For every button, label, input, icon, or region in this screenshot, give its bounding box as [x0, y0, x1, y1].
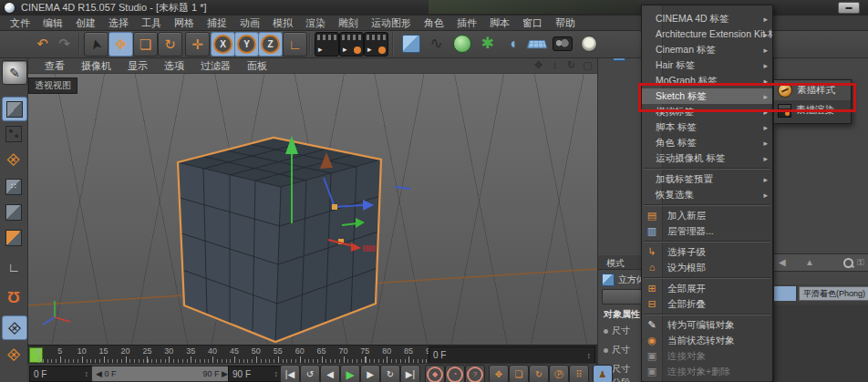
menu-item[interactable]: 创建 [69, 15, 102, 30]
minimize-button[interactable]: ▬ [838, 2, 860, 14]
back-arrow-icon[interactable]: ◀ [779, 257, 786, 267]
menu-item-layer-manager[interactable]: ▥层管理器... [642, 223, 772, 239]
menu-item-sketch-tags[interactable]: Sketch 标签▸ [642, 88, 772, 104]
preview-range-slider[interactable]: ◀ 0 F 90 F ▶ [91, 366, 232, 382]
lock-workplane-button[interactable]: ⊞ [2, 315, 27, 340]
keyframe-selection-button[interactable]: ? [465, 365, 485, 382]
make-editable-button[interactable]: ✎ [2, 60, 27, 85]
x-axis-lock-button[interactable]: X [211, 32, 235, 57]
add-generator-button[interactable] [450, 32, 473, 55]
menu-item[interactable]: 角色 [418, 15, 450, 30]
polygons-mode-button[interactable] [2, 226, 26, 249]
edges-mode-button[interactable] [2, 201, 26, 223]
render-view-button[interactable]: ▸ [315, 32, 339, 57]
record-rotation-toggle[interactable]: ↻ [529, 365, 549, 382]
goto-end-button[interactable]: ▶| [400, 365, 420, 382]
property-row-size-y[interactable]: 尺寸 [604, 344, 630, 356]
next-frame-button[interactable]: ▶ [360, 365, 380, 382]
viewport-menu-item[interactable]: 选项 [156, 57, 192, 73]
spinner-icon[interactable]: ↕ [587, 351, 592, 360]
menu-item-character-tags[interactable]: 角色 标签▸ [642, 135, 772, 150]
scale-tool-button[interactable]: ❏ [133, 32, 158, 57]
autokey-button[interactable]: ◔ [445, 365, 465, 382]
move-tool-button[interactable]: ✥ [108, 32, 133, 57]
menu-item-add-to-new-layer[interactable]: ▤加入新层 [642, 208, 772, 223]
end-frame-field[interactable]: 90 F ↕ [228, 366, 283, 382]
viewport-menu-item[interactable]: 摄像机 [73, 57, 119, 73]
slider-left-icon[interactable]: ◀ [96, 369, 102, 378]
menu-item[interactable]: 窗口 [516, 15, 549, 30]
record-parameter-toggle[interactable]: Ⓟ [549, 365, 569, 382]
property-row-size-x[interactable]: 尺寸 [604, 325, 630, 337]
snap-magnet-button[interactable]: Ω [2, 284, 26, 307]
submenu-item-sketch-style[interactable]: 素描样式 [774, 80, 851, 100]
menu-item-fold-all[interactable]: ⊟全部折叠 [642, 296, 772, 312]
dolly-view-icon[interactable]: ↕ [549, 59, 561, 71]
menu-item[interactable]: 脚本 [483, 15, 516, 30]
menu-item-unfold-all[interactable]: ⊞全部展开 [642, 281, 772, 296]
render-settings-button[interactable]: ▸ [364, 32, 388, 57]
play-backwards-button[interactable]: ↺ [300, 365, 320, 382]
add-environment-button[interactable]: ◖ [501, 32, 524, 55]
menu-item-architecture-tags[interactable]: Architecture Extension Kit 标签▸ [642, 26, 772, 42]
record-pla-toggle[interactable]: ⠿ [569, 365, 589, 382]
viewport-menu-item[interactable]: 查看 [36, 57, 73, 73]
play-forward-button[interactable]: ↻ [380, 365, 400, 382]
menu-item-make-editable[interactable]: ✎转为可编辑对象 [642, 317, 772, 333]
record-position-toggle[interactable]: ✥ [489, 365, 509, 382]
menu-item[interactable]: 编辑 [36, 15, 69, 30]
live-selection-button[interactable]: ➤ [84, 32, 108, 57]
previous-frame-button[interactable]: ◀ [320, 365, 340, 382]
add-spline-button[interactable]: ∿ [425, 32, 448, 55]
selected-tag-highlight[interactable] [774, 286, 796, 301]
menu-item-cineman-tags[interactable]: Cineman 标签▸ [642, 42, 772, 57]
menu-item[interactable]: 选择 [102, 15, 135, 30]
orbit-view-icon[interactable]: ↻ [565, 59, 577, 71]
add-light-button[interactable] [577, 32, 600, 55]
lock-icon[interactable]: ⚿ [857, 257, 864, 268]
viewport-menu-item[interactable]: 面板 [239, 57, 275, 73]
filter-search-icon[interactable] [843, 258, 853, 268]
menu-item[interactable]: 模拟 [266, 15, 299, 30]
coordinate-system-button[interactable]: ∟ [283, 32, 307, 57]
add-camera-button[interactable] [551, 32, 574, 55]
gizmo-center-handle[interactable] [332, 204, 337, 210]
menu-item-restore-selection[interactable]: 恢复选集▸ [642, 187, 772, 202]
current-frame-field[interactable]: 0 F ↕ [29, 366, 93, 382]
menu-item-load-tag-preset[interactable]: 加载标签预置▸ [642, 171, 772, 187]
texture-mode-button[interactable] [2, 122, 26, 145]
align-workplane-button[interactable]: ⊞ [2, 343, 26, 366]
menu-item-current-state-to-object[interactable]: ◉当前状态转对象 [642, 333, 772, 348]
model-mode-button[interactable] [2, 97, 27, 121]
y-axis-lock-button[interactable]: Y [234, 32, 259, 57]
menu-item[interactable]: 文件 [4, 15, 36, 30]
record-scale-toggle[interactable]: ❏ [509, 365, 529, 382]
submenu-item-sketch-render[interactable]: 素描渲染 [774, 100, 851, 120]
menu-item[interactable]: 运动图形 [365, 15, 418, 30]
menu-item-motioncamera-tags[interactable]: 运动摄像机 标签▸ [642, 150, 772, 166]
menu-item-script-tags[interactable]: 脚本 标签▸ [642, 119, 772, 135]
add-floor-button[interactable] [525, 32, 548, 55]
up-arrow-icon[interactable]: ▲ [805, 257, 814, 267]
menu-item-select-children[interactable]: ↳选择子级 [642, 244, 772, 260]
points-mode-button[interactable]: ∷ [2, 175, 26, 198]
timeline-ruler[interactable]: 051015202530354045505560657075808590 0 F… [27, 345, 597, 364]
menu-item[interactable]: 捕捉 [201, 15, 233, 30]
menu-item[interactable]: 动画 [233, 15, 266, 30]
ruler-frame-field[interactable]: 0 F ↕ [429, 346, 595, 364]
viewport-menu-item[interactable]: 过滤器 [192, 57, 239, 73]
menu-item[interactable]: 帮助 [549, 15, 582, 30]
menu-item-cinema4d-tags[interactable]: CINEMA 4D 标签▸ [642, 11, 772, 26]
menu-item-mograph-tags[interactable]: MoGraph 标签▸ [642, 73, 772, 88]
z-axis-lock-button[interactable]: Z [258, 32, 283, 57]
last-tool-button[interactable]: ✛ [185, 32, 210, 57]
redo-button[interactable]: ↷ [53, 32, 76, 55]
slider-right-icon[interactable]: ▶ [222, 369, 228, 378]
menu-item[interactable]: 工具 [135, 15, 168, 30]
axis-mode-button[interactable]: ∟ [2, 255, 26, 278]
menu-item-set-as-root[interactable]: ⌂设为根部 [642, 260, 772, 275]
viewport-perspective[interactable]: 查看摄像机显示选项过滤器面板 透视视图 ✥ ↕ ↻ ▢ [27, 57, 597, 345]
undo-button[interactable]: ↶ [31, 32, 54, 55]
render-picture-viewer-button[interactable]: ▸ [339, 32, 364, 57]
record-keyframe-button[interactable]: ◆ [425, 365, 445, 382]
